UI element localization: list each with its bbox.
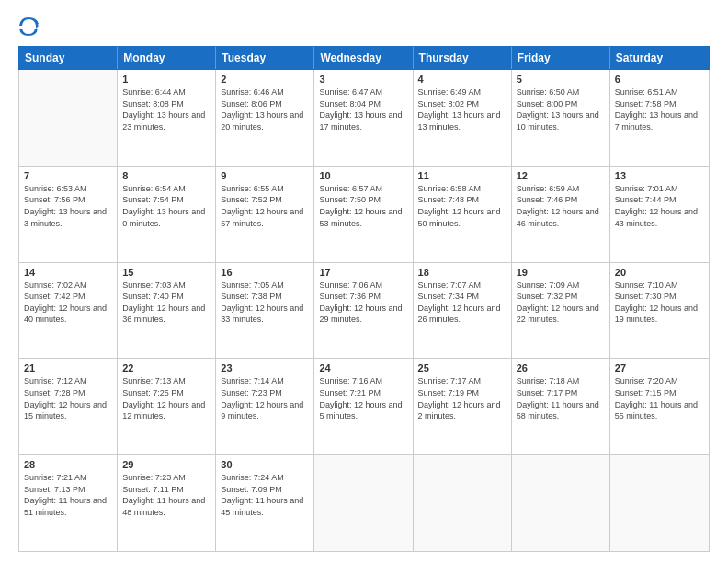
day-info: Sunrise: 7:03 AMSunset: 7:40 PMDaylight:… xyxy=(122,280,210,326)
day-number: 16 xyxy=(221,267,309,278)
calendar-empty-cell xyxy=(414,455,512,551)
day-number: 13 xyxy=(615,170,704,181)
calendar-day-11: 11Sunrise: 6:58 AMSunset: 7:48 PMDayligh… xyxy=(414,167,512,262)
day-info: Sunrise: 7:01 AMSunset: 7:44 PMDaylight:… xyxy=(615,183,704,229)
calendar-day-27: 27Sunrise: 7:20 AMSunset: 7:15 PMDayligh… xyxy=(610,359,709,454)
day-number: 8 xyxy=(122,170,210,181)
header-day-tuesday: Tuesday xyxy=(216,47,314,69)
day-number: 12 xyxy=(517,170,605,181)
calendar-week-5: 28Sunrise: 7:21 AMSunset: 7:13 PMDayligh… xyxy=(19,455,709,551)
day-info: Sunrise: 7:24 AMSunset: 7:09 PMDaylight:… xyxy=(221,472,309,518)
day-info: Sunrise: 6:46 AMSunset: 8:06 PMDaylight:… xyxy=(221,86,309,132)
day-number: 1 xyxy=(122,74,210,85)
day-info: Sunrise: 6:59 AMSunset: 7:46 PMDaylight:… xyxy=(517,183,605,229)
calendar-week-3: 14Sunrise: 7:02 AMSunset: 7:42 PMDayligh… xyxy=(19,263,709,360)
calendar-day-18: 18Sunrise: 7:07 AMSunset: 7:34 PMDayligh… xyxy=(414,263,512,359)
calendar: SundayMondayTuesdayWednesdayThursdayFrid… xyxy=(18,46,710,552)
day-number: 4 xyxy=(418,74,506,85)
day-number: 10 xyxy=(319,170,407,181)
day-number: 30 xyxy=(221,459,309,470)
day-info: Sunrise: 6:47 AMSunset: 8:04 PMDaylight:… xyxy=(319,86,407,132)
calendar-day-21: 21Sunrise: 7:12 AMSunset: 7:28 PMDayligh… xyxy=(19,359,118,454)
calendar-day-3: 3Sunrise: 6:47 AMSunset: 8:04 PMDaylight… xyxy=(314,70,413,166)
calendar-day-5: 5Sunrise: 6:50 AMSunset: 8:00 PMDaylight… xyxy=(512,70,610,166)
day-number: 15 xyxy=(122,267,210,278)
calendar-day-26: 26Sunrise: 7:18 AMSunset: 7:17 PMDayligh… xyxy=(512,359,610,454)
calendar-day-29: 29Sunrise: 7:23 AMSunset: 7:11 PMDayligh… xyxy=(118,455,216,551)
calendar-empty-cell xyxy=(19,70,118,166)
day-info: Sunrise: 7:05 AMSunset: 7:38 PMDaylight:… xyxy=(221,280,309,326)
day-number: 25 xyxy=(418,362,506,373)
day-info: Sunrise: 7:10 AMSunset: 7:30 PMDaylight:… xyxy=(615,280,704,326)
calendar-day-12: 12Sunrise: 6:59 AMSunset: 7:46 PMDayligh… xyxy=(512,167,610,262)
calendar-day-8: 8Sunrise: 6:54 AMSunset: 7:54 PMDaylight… xyxy=(118,167,216,262)
day-number: 6 xyxy=(615,74,704,85)
day-number: 17 xyxy=(319,267,407,278)
day-info: Sunrise: 7:21 AMSunset: 7:13 PMDaylight:… xyxy=(24,472,112,518)
calendar-day-7: 7Sunrise: 6:53 AMSunset: 7:56 PMDaylight… xyxy=(19,167,118,262)
day-number: 11 xyxy=(418,170,506,181)
day-info: Sunrise: 6:49 AMSunset: 8:02 PMDaylight:… xyxy=(418,86,506,132)
calendar-day-10: 10Sunrise: 6:57 AMSunset: 7:50 PMDayligh… xyxy=(314,167,413,262)
day-info: Sunrise: 7:16 AMSunset: 7:21 PMDaylight:… xyxy=(319,375,407,421)
calendar-day-19: 19Sunrise: 7:09 AMSunset: 7:32 PMDayligh… xyxy=(512,263,610,359)
day-number: 2 xyxy=(221,74,309,85)
calendar-body: 1Sunrise: 6:44 AMSunset: 8:08 PMDaylight… xyxy=(18,70,710,552)
day-info: Sunrise: 7:12 AMSunset: 7:28 PMDaylight:… xyxy=(24,375,112,421)
calendar-empty-cell xyxy=(512,455,610,551)
day-number: 28 xyxy=(24,459,112,470)
calendar-day-20: 20Sunrise: 7:10 AMSunset: 7:30 PMDayligh… xyxy=(610,263,709,359)
day-number: 18 xyxy=(418,267,506,278)
day-number: 9 xyxy=(221,170,309,181)
day-info: Sunrise: 6:44 AMSunset: 8:08 PMDaylight:… xyxy=(122,86,210,132)
header-day-sunday: Sunday xyxy=(19,47,118,69)
day-number: 3 xyxy=(319,74,407,85)
header-day-wednesday: Wednesday xyxy=(314,47,413,69)
calendar-day-22: 22Sunrise: 7:13 AMSunset: 7:25 PMDayligh… xyxy=(118,359,216,454)
calendar-week-1: 1Sunrise: 6:44 AMSunset: 8:08 PMDaylight… xyxy=(19,70,709,167)
calendar-day-25: 25Sunrise: 7:17 AMSunset: 7:19 PMDayligh… xyxy=(414,359,512,454)
calendar-day-14: 14Sunrise: 7:02 AMSunset: 7:42 PMDayligh… xyxy=(19,263,118,359)
header xyxy=(18,17,710,37)
day-info: Sunrise: 6:53 AMSunset: 7:56 PMDaylight:… xyxy=(24,183,112,229)
calendar-empty-cell xyxy=(314,455,413,551)
header-day-monday: Monday xyxy=(118,47,216,69)
day-info: Sunrise: 6:58 AMSunset: 7:48 PMDaylight:… xyxy=(418,183,506,229)
day-info: Sunrise: 7:23 AMSunset: 7:11 PMDaylight:… xyxy=(122,472,210,518)
day-info: Sunrise: 6:57 AMSunset: 7:50 PMDaylight:… xyxy=(319,183,407,229)
calendar-day-16: 16Sunrise: 7:05 AMSunset: 7:38 PMDayligh… xyxy=(216,263,314,359)
day-number: 22 xyxy=(122,362,210,373)
calendar-week-2: 7Sunrise: 6:53 AMSunset: 7:56 PMDaylight… xyxy=(19,167,709,263)
day-info: Sunrise: 7:07 AMSunset: 7:34 PMDaylight:… xyxy=(418,280,506,326)
header-day-thursday: Thursday xyxy=(414,47,512,69)
day-info: Sunrise: 7:09 AMSunset: 7:32 PMDaylight:… xyxy=(517,280,605,326)
day-info: Sunrise: 7:13 AMSunset: 7:25 PMDaylight:… xyxy=(122,375,210,421)
calendar-day-1: 1Sunrise: 6:44 AMSunset: 8:08 PMDaylight… xyxy=(118,70,216,166)
day-info: Sunrise: 6:55 AMSunset: 7:52 PMDaylight:… xyxy=(221,183,309,229)
day-info: Sunrise: 7:02 AMSunset: 7:42 PMDaylight:… xyxy=(24,280,112,326)
calendar-day-6: 6Sunrise: 6:51 AMSunset: 7:58 PMDaylight… xyxy=(610,70,709,166)
day-info: Sunrise: 6:51 AMSunset: 7:58 PMDaylight:… xyxy=(615,86,704,132)
calendar-day-2: 2Sunrise: 6:46 AMSunset: 8:06 PMDaylight… xyxy=(216,70,314,166)
day-number: 7 xyxy=(24,170,112,181)
day-info: Sunrise: 6:50 AMSunset: 8:00 PMDaylight:… xyxy=(517,86,605,132)
logo-icon xyxy=(18,17,39,37)
calendar-day-17: 17Sunrise: 7:06 AMSunset: 7:36 PMDayligh… xyxy=(314,263,413,359)
calendar-day-30: 30Sunrise: 7:24 AMSunset: 7:09 PMDayligh… xyxy=(216,455,314,551)
calendar-header: SundayMondayTuesdayWednesdayThursdayFrid… xyxy=(18,46,710,70)
calendar-empty-cell xyxy=(610,455,709,551)
day-number: 19 xyxy=(517,267,605,278)
day-number: 20 xyxy=(615,267,704,278)
calendar-day-13: 13Sunrise: 7:01 AMSunset: 7:44 PMDayligh… xyxy=(610,167,709,262)
day-info: Sunrise: 7:14 AMSunset: 7:23 PMDaylight:… xyxy=(221,375,309,421)
day-number: 24 xyxy=(319,362,407,373)
calendar-day-23: 23Sunrise: 7:14 AMSunset: 7:23 PMDayligh… xyxy=(216,359,314,454)
day-info: Sunrise: 7:06 AMSunset: 7:36 PMDaylight:… xyxy=(319,280,407,326)
calendar-day-9: 9Sunrise: 6:55 AMSunset: 7:52 PMDaylight… xyxy=(216,167,314,262)
calendar-day-24: 24Sunrise: 7:16 AMSunset: 7:21 PMDayligh… xyxy=(314,359,413,454)
header-day-friday: Friday xyxy=(512,47,610,69)
day-number: 29 xyxy=(122,459,210,470)
day-info: Sunrise: 7:17 AMSunset: 7:19 PMDaylight:… xyxy=(418,375,506,421)
day-number: 14 xyxy=(24,267,112,278)
day-number: 23 xyxy=(221,362,309,373)
